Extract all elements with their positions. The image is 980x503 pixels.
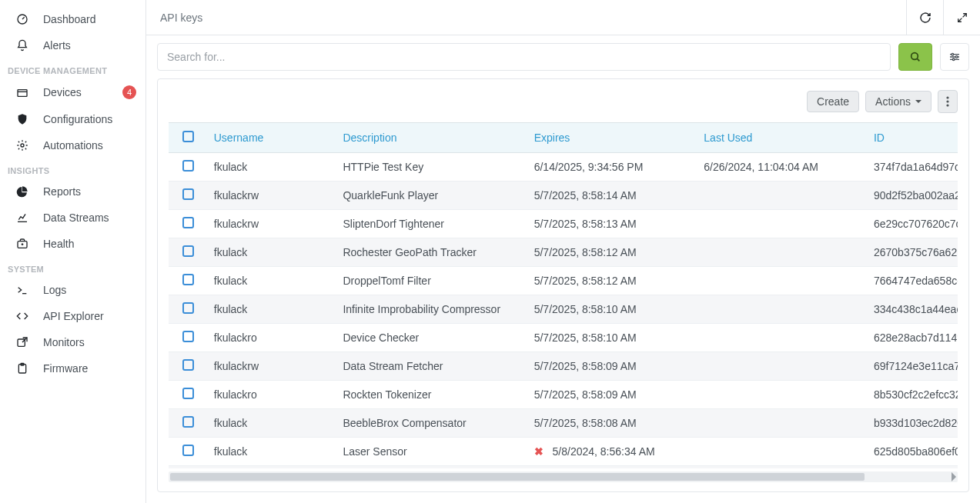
shield-icon — [14, 113, 31, 125]
table-row[interactable]: fkulack HTTPie Test Key 6/14/2025, 9:34:… — [169, 153, 958, 182]
cell-last-used — [697, 409, 868, 438]
table-row[interactable]: fkulack Laser Sensor ✖ 5/8/2024, 8:56:34… — [169, 438, 958, 466]
row-checkbox[interactable] — [182, 388, 194, 399]
row-checkbox[interactable] — [182, 331, 194, 342]
sidebar-item-alerts[interactable]: Alerts — [0, 32, 145, 58]
row-checkbox[interactable] — [182, 302, 194, 314]
sidebar-item-dashboard[interactable]: Dashboard — [0, 6, 145, 32]
cell-description: Data Stream Fetcher — [336, 352, 527, 381]
gear-icon — [14, 139, 31, 152]
sidebar-item-automations[interactable]: Automations — [0, 132, 145, 158]
clipboard-icon — [14, 362, 31, 375]
more-button[interactable] — [938, 90, 958, 113]
search-input[interactable] — [157, 43, 891, 71]
table-row[interactable]: fkulackrw SliptenDorf Tightener 5/7/2025… — [169, 210, 958, 238]
refresh-icon — [919, 12, 932, 24]
briefcase-icon — [14, 238, 31, 250]
svg-point-9 — [955, 56, 958, 58]
cell-username: fkulack — [208, 409, 337, 438]
table-row[interactable]: fkulack BeebleBrox Compensator 5/7/2025,… — [169, 409, 958, 438]
table-row[interactable]: fkulackro Device Checker 5/7/2025, 8:58:… — [169, 324, 958, 352]
row-checkbox[interactable] — [182, 359, 194, 371]
sidebar-item-configurations[interactable]: Configurations — [0, 106, 145, 132]
col-last-used[interactable]: Last Used — [697, 123, 868, 153]
sidebar-item-label: Devices — [43, 86, 122, 98]
sidebar-item-monitors[interactable]: Monitors — [0, 329, 145, 355]
sidebar-item-reports[interactable]: Reports — [0, 178, 145, 205]
sidebar-item-label: Data Streams — [43, 212, 136, 224]
cell-last-used — [697, 210, 868, 238]
table-row[interactable]: fkulack DroppelTomf Filter 5/7/2025, 8:5… — [169, 267, 958, 295]
sidebar-item-firmware[interactable]: Firmware — [0, 355, 145, 381]
table-row[interactable]: fkulack Device Checker 4/26/2025, 11:28:… — [169, 466, 958, 469]
sidebar-item-logs[interactable]: Logs — [0, 277, 145, 303]
row-checkbox[interactable] — [182, 188, 194, 200]
cell-id: 628e28acb7d1149f87f768abea00a — [868, 324, 958, 352]
line-chart-icon — [14, 212, 31, 224]
cell-description: QuarkleFunk Player — [336, 182, 527, 210]
section-device: DEVICE MANAGEMENT — [0, 58, 145, 78]
cell-username: fkulackrw — [208, 182, 337, 210]
table-row[interactable]: fkulack Infinite Improbability Compresso… — [169, 295, 958, 324]
search-icon — [909, 51, 921, 63]
cell-username: fkulack — [208, 238, 337, 267]
row-checkbox[interactable] — [182, 445, 194, 456]
cell-id: 7664747eda658ce7fa3eb8a4e3f66 — [868, 267, 958, 295]
svg-point-7 — [911, 53, 918, 60]
sidebar-item-api-explorer[interactable]: API Explorer — [0, 303, 145, 329]
cell-expires: 5/7/2025, 8:58:10 AM — [528, 324, 698, 352]
sidebar-item-data-streams[interactable]: Data Streams — [0, 205, 145, 231]
cell-last-used — [697, 381, 868, 409]
cell-expires: 5/7/2025, 8:58:13 AM — [528, 210, 698, 238]
sliders-icon — [948, 51, 961, 63]
row-checkbox[interactable] — [182, 217, 194, 228]
refresh-button[interactable] — [906, 0, 943, 35]
sidebar-item-label: Automations — [43, 139, 136, 152]
scrollbar-thumb[interactable] — [170, 473, 865, 481]
topbar: API keys — [146, 0, 980, 35]
sidebar-item-health[interactable]: Health — [0, 231, 145, 257]
col-description[interactable]: Description — [336, 123, 527, 153]
cell-id: 374f7da1a64d97c94a4514f40298a — [868, 153, 958, 182]
cell-expires: ✖ 5/8/2024, 8:56:34 AM — [528, 438, 698, 466]
row-checkbox[interactable] — [182, 245, 194, 257]
cell-username: fkulackrw — [208, 210, 337, 238]
searchbar — [157, 43, 969, 71]
scroll-right-icon — [952, 472, 956, 481]
sidebar-item-label: Dashboard — [43, 13, 136, 25]
cell-last-used: 6/26/2024, 11:04:04 AM — [697, 153, 868, 182]
table-row[interactable]: fkulackrw Data Stream Fetcher 5/7/2025, … — [169, 352, 958, 381]
cell-expires: 5/7/2025, 8:58:08 AM — [528, 409, 698, 438]
row-checkbox[interactable] — [182, 416, 194, 428]
cell-id: 90d2f52ba002aa296bd9396156c2 — [868, 182, 958, 210]
cell-expires: 5/7/2025, 8:58:10 AM — [528, 295, 698, 324]
cell-description: Rochester GeoPath Tracker — [336, 238, 527, 267]
row-checkbox[interactable] — [182, 160, 194, 172]
cell-username: fkulack — [208, 438, 337, 466]
table-row[interactable]: fkulackrw QuarkleFunk Player 5/7/2025, 8… — [169, 182, 958, 210]
col-expires[interactable]: Expires — [528, 123, 698, 153]
horizontal-scrollbar[interactable] — [169, 471, 958, 482]
row-checkbox[interactable] — [182, 274, 194, 285]
select-all-checkbox[interactable] — [182, 131, 194, 142]
search-button[interactable] — [898, 43, 932, 71]
create-button[interactable]: Create — [807, 91, 859, 112]
table-row[interactable]: fkulack Rochester GeoPath Tracker 5/7/20… — [169, 238, 958, 267]
cell-username: fkulack — [208, 295, 337, 324]
col-username[interactable]: Username — [208, 123, 337, 153]
cell-description: DroppelTomf Filter — [336, 267, 527, 295]
cell-expires: 5/7/2025, 8:58:09 AM — [528, 381, 698, 409]
cell-id: b933d103ec2d82023683c4dde14e — [868, 409, 958, 438]
col-id[interactable]: ID — [868, 123, 958, 153]
svg-rect-1 — [18, 90, 27, 97]
cell-description: HTTPie Test Key — [336, 153, 527, 182]
cell-username: fkulack — [208, 153, 337, 182]
actions-dropdown[interactable]: Actions — [865, 91, 932, 112]
svg-point-13 — [946, 104, 948, 106]
cell-expires: 4/26/2025, 11:28:05 AM — [528, 466, 698, 469]
sidebar-item-devices[interactable]: Devices4 — [0, 78, 145, 106]
fullscreen-button[interactable] — [943, 0, 980, 35]
filter-button[interactable] — [940, 43, 969, 71]
cell-expires: 6/14/2025, 9:34:56 PM — [528, 153, 698, 182]
table-row[interactable]: fkulackro Rockten Tokenizer 5/7/2025, 8:… — [169, 381, 958, 409]
